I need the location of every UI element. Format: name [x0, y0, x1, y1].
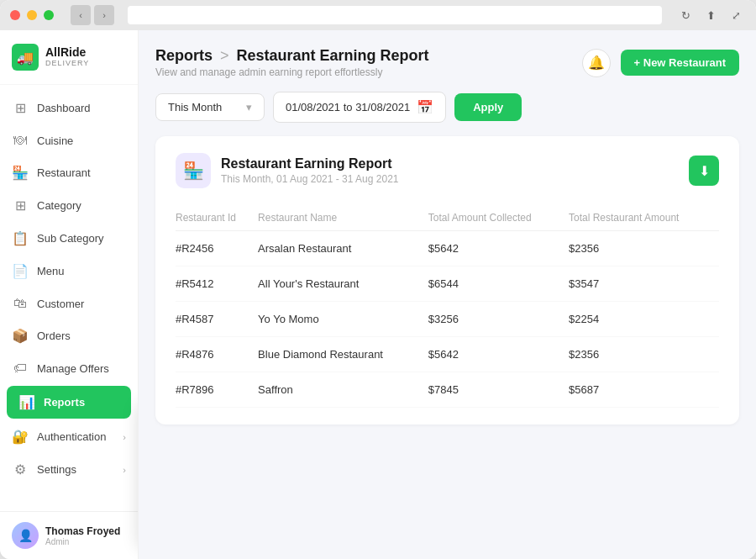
cell-amount: $2254 [569, 302, 719, 337]
logo-text: AllRide DELIVERY [45, 46, 89, 67]
report-period: This Month, 01 Aug 2021 - 31 Aug 2021 [221, 173, 399, 185]
brand-name: AllRide [45, 46, 89, 59]
date-range-value: 01/08/2021 to 31/08/2021 [286, 101, 410, 113]
sidebar-item-cuisine[interactable]: 🍽 Cuisine [0, 124, 138, 156]
apply-button[interactable]: Apply [454, 93, 522, 121]
reports-icon: 📊 [18, 394, 35, 410]
chevron-down-icon: ▾ [246, 101, 252, 113]
sidebar-item-label: Authentication [37, 430, 106, 443]
filter-bar: This Month ▾ 01/08/2021 to 31/08/2021 📅 … [155, 92, 739, 123]
cell-collected: $5642 [428, 337, 569, 372]
sidebar-item-label: Orders [37, 330, 71, 342]
cell-id: #R5412 [176, 266, 258, 302]
close-button[interactable] [10, 10, 20, 20]
cell-id: #R4876 [176, 337, 258, 372]
sidebar-item-label: Customer [37, 298, 84, 310]
share-icon[interactable]: ⬆ [701, 5, 721, 25]
sidebar-item-manage-offers[interactable]: 🏷 Manage Offers [0, 352, 138, 384]
col-header-amount: Total Restaurant Amount [569, 205, 719, 231]
sidebar-item-customer[interactable]: 🛍 Customer [0, 287, 138, 319]
cell-collected: $5642 [428, 231, 569, 266]
cell-id: #R7896 [176, 372, 258, 408]
report-card-header: 🏪 Restaurant Earning Report This Month, … [176, 153, 719, 188]
dashboard-icon: ⊞ [12, 100, 29, 116]
notification-bell-icon[interactable]: 🔔 [582, 49, 611, 77]
sidebar-item-authentication[interactable]: 🔐 Authentication › [0, 420, 138, 453]
back-button[interactable]: ‹ [71, 5, 91, 25]
sidebar-item-orders[interactable]: 📦 Orders [0, 319, 138, 352]
cell-amount: $2356 [569, 337, 719, 372]
breadcrumb-current: Restaurant Earning Report [237, 47, 429, 64]
forward-button[interactable]: › [94, 5, 114, 25]
menu-icon: 📄 [12, 263, 29, 279]
table-row: #R7896Saffron$7845$5687 [176, 372, 719, 408]
cell-name: Saffron [258, 372, 428, 408]
sidebar-item-label: Restaurant [37, 166, 91, 179]
chevron-right-icon: › [123, 432, 126, 442]
breadcrumb: Reports > Restaurant Earning Report [155, 47, 429, 65]
download-button[interactable]: ⬇ [689, 156, 719, 186]
report-card-header-left: 🏪 Restaurant Earning Report This Month, … [176, 153, 399, 188]
category-icon: ⊞ [12, 198, 29, 214]
logo-icon: 🚚 [12, 44, 39, 71]
table-row: #R4876Blue Diamond Restaurant$5642$2356 [176, 337, 719, 372]
cell-id: #R4587 [176, 302, 258, 337]
report-icon-wrap: 🏪 [176, 153, 211, 188]
table-header: Restaurant Id Restaurant Name Total Amou… [176, 205, 719, 231]
avatar: 👤 [12, 522, 39, 549]
cell-amount: $3547 [569, 266, 719, 302]
main-content: Reports > Restaurant Earning Report View… [139, 30, 756, 559]
sidebar-item-category[interactable]: ⊞ Category [0, 189, 138, 222]
cell-collected: $3256 [428, 302, 569, 337]
titlebar: ‹ › ↻ ⬆ ⤢ [0, 0, 756, 30]
cell-id: #R2456 [176, 231, 258, 266]
header-actions: 🔔 + New Restaurant [582, 49, 739, 77]
url-bar[interactable] [128, 6, 662, 24]
user-name: Thomas Froyed [45, 525, 120, 537]
minimize-button[interactable] [27, 10, 37, 20]
nav-buttons: ‹ › [71, 5, 114, 25]
calendar-icon: 📅 [417, 99, 433, 115]
sidebar-item-label: Sub Category [37, 232, 104, 245]
sidebar-item-settings[interactable]: ⚙ Settings › [0, 453, 138, 486]
table-row: #R2456Arsalan Restaurant$5642$2356 [176, 231, 719, 266]
breadcrumb-parent: Reports [155, 47, 213, 64]
sidebar-item-label: Reports [44, 396, 85, 409]
sidebar-item-label: Settings [37, 463, 76, 476]
nav-items: ⊞ Dashboard 🍽 Cuisine 🏪 Restaurant ⊞ Cat… [0, 85, 138, 511]
maximize-button[interactable] [44, 10, 54, 20]
sidebar-item-reports[interactable]: 📊 Reports [7, 386, 131, 419]
refresh-icon[interactable]: ↻ [675, 5, 696, 25]
sidebar-item-label: Dashboard [37, 102, 91, 114]
sidebar-footer: 👤 Thomas Froyed Admin [0, 511, 138, 559]
table-body: #R2456Arsalan Restaurant$5642$2356#R5412… [176, 231, 719, 408]
table-row: #R5412All Your's Restaurant$6544$3547 [176, 266, 719, 302]
new-restaurant-button[interactable]: + New Restaurant [621, 50, 739, 76]
orders-icon: 📦 [12, 328, 29, 344]
avatar-image: 👤 [12, 522, 39, 549]
expand-icon[interactable]: ⤢ [726, 5, 746, 25]
logo-area: 🚚 AllRide DELIVERY [0, 30, 138, 85]
period-select[interactable]: This Month ▾ [155, 93, 265, 121]
breadcrumb-sep: > [220, 47, 234, 64]
sidebar-item-label: Manage Offers [37, 362, 109, 375]
offers-icon: 🏷 [12, 361, 29, 376]
cell-name: Yo Yo Momo [258, 302, 428, 337]
user-info: Thomas Froyed Admin [45, 525, 120, 546]
sidebar-item-sub-category[interactable]: 📋 Sub Category [0, 222, 138, 255]
auth-icon: 🔐 [12, 429, 29, 445]
sub-category-icon: 📋 [12, 230, 29, 246]
sidebar-item-dashboard[interactable]: ⊞ Dashboard [0, 92, 138, 124]
customer-icon: 🛍 [12, 296, 29, 311]
sidebar: 🚚 AllRide DELIVERY ⊞ Dashboard 🍽 Cuisine [0, 30, 139, 559]
page-header: Reports > Restaurant Earning Report View… [155, 47, 739, 78]
sidebar-item-menu[interactable]: 📄 Menu [0, 255, 138, 287]
sidebar-item-restaurant[interactable]: 🏪 Restaurant [0, 156, 138, 189]
cell-amount: $5687 [569, 372, 719, 408]
date-range-input[interactable]: 01/08/2021 to 31/08/2021 📅 [273, 92, 446, 123]
cell-name: Arsalan Restaurant [258, 231, 428, 266]
app-body: 🚚 AllRide DELIVERY ⊞ Dashboard 🍽 Cuisine [0, 30, 756, 559]
report-card: 🏪 Restaurant Earning Report This Month, … [155, 136, 739, 425]
cell-name: Blue Diamond Restaurant [258, 337, 428, 372]
breadcrumb-area: Reports > Restaurant Earning Report View… [155, 47, 429, 78]
